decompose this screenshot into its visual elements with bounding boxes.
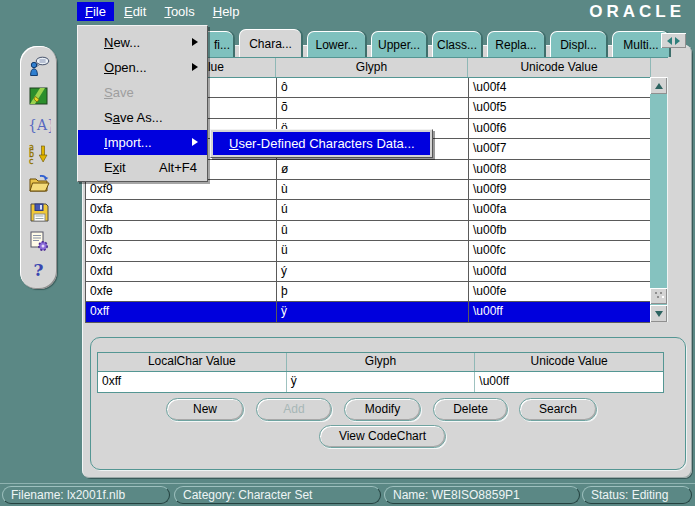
cell-local[interactable]: 0xf9: [86, 180, 276, 199]
territory-button[interactable]: [26, 84, 51, 108]
cell-local[interactable]: 0xfc: [86, 241, 276, 260]
cell-glyph[interactable]: õ: [276, 98, 468, 117]
cell-local[interactable]: 0xff: [86, 302, 276, 321]
scroll-up-button[interactable]: [650, 77, 667, 94]
help-button[interactable]: ?: [26, 258, 51, 282]
tab-lower[interactable]: Lower...: [307, 31, 365, 57]
tab-chara[interactable]: Chara...: [239, 29, 301, 57]
svg-text:c: c: [29, 157, 33, 166]
territory-icon: [27, 84, 51, 108]
cell-local[interactable]: 0xfa: [86, 200, 276, 219]
cell-local[interactable]: 0xfe: [86, 282, 276, 301]
menu-shortcut: Alt+F4: [159, 155, 197, 180]
cell-unicode[interactable]: \u00fd: [468, 262, 651, 281]
cell-glyph[interactable]: û: [276, 221, 468, 240]
cell-glyph[interactable]: ù: [276, 180, 468, 199]
scroll-thumb[interactable]: [650, 288, 667, 304]
table-row[interactable]: 0xfcü\u00fc: [86, 241, 650, 261]
detail-localchar-value[interactable]: 0xff: [98, 372, 286, 392]
table-row[interactable]: 0xfbû\u00fb: [86, 221, 650, 241]
detail-glyph-value[interactable]: ÿ: [286, 372, 475, 392]
cell-glyph[interactable]: ÿ: [276, 302, 468, 321]
table-row[interactable]: 0xfeþ\u00fe: [86, 282, 650, 302]
detail-header-unicode: Unicode Value: [474, 353, 663, 371]
cell-unicode[interactable]: \u00fc: [468, 241, 651, 260]
menu-item-file[interactable]: File: [77, 2, 114, 21]
linguistic-sort-button[interactable]: a b c: [26, 142, 51, 166]
tab-scroll-arrows[interactable]: [661, 33, 686, 48]
menu-item-save[interactable]: Save: [78, 80, 207, 105]
menu-item-help[interactable]: Help: [205, 2, 248, 21]
table-row[interactable]: 0xfdý\u00fd: [86, 262, 650, 282]
tab-scroll-right-icon[interactable]: [675, 37, 680, 45]
abc-sort-icon: a b c: [27, 142, 51, 166]
submenu-arrow-icon: [192, 38, 198, 46]
language-icon: [27, 55, 51, 79]
detail-panel: LocalChar Value Glyph Unicode Value 0xff…: [90, 337, 686, 470]
scroll-down-button[interactable]: [650, 305, 667, 322]
status-category: Category: Character Set: [174, 486, 381, 504]
cell-unicode[interactable]: \u00f8: [468, 160, 651, 179]
cell-unicode[interactable]: \u00f4: [468, 78, 651, 97]
cell-unicode[interactable]: \u00ff: [468, 302, 651, 321]
vertical-scrollbar[interactable]: [650, 77, 668, 322]
cell-unicode[interactable]: \u00f7: [468, 139, 651, 158]
search-button[interactable]: Search: [519, 398, 597, 421]
cell-glyph[interactable]: ô: [276, 78, 468, 97]
tab-strip: fi...Chara...Lower...Upper...Class...Rep…: [196, 29, 669, 57]
new-button[interactable]: New: [166, 398, 244, 421]
cell-unicode[interactable]: \u00fa: [468, 200, 651, 219]
detail-unicode-value[interactable]: \u00ff: [474, 372, 663, 392]
cell-unicode[interactable]: \u00fe: [468, 282, 651, 301]
svg-text:{A}: {A}: [28, 117, 51, 133]
cell-local[interactable]: 0xfd: [86, 262, 276, 281]
table-row[interactable]: 0xffÿ\u00ff: [86, 302, 650, 322]
cell-unicode[interactable]: \u00fb: [468, 221, 651, 240]
cell-unicode[interactable]: \u00f6: [468, 119, 651, 138]
modify-button[interactable]: Modify: [344, 398, 421, 421]
status-editing: Status: Editing: [582, 486, 692, 504]
character-set-button[interactable]: {A}: [26, 113, 51, 137]
add-button[interactable]: Add: [256, 398, 332, 421]
status-filename: Filename: lx2001f.nlb: [2, 486, 170, 504]
tab-upper[interactable]: Upper...: [371, 31, 426, 57]
cell-glyph[interactable]: ú: [276, 200, 468, 219]
tab-displ[interactable]: Displ...: [550, 31, 606, 57]
header-glyph: Glyph: [275, 58, 467, 77]
open-button[interactable]: [26, 171, 51, 195]
cell-local[interactable]: 0xfb: [86, 221, 276, 240]
save-button-toolbar[interactable]: [26, 200, 51, 224]
language-button[interactable]: [26, 55, 51, 79]
menu-item-user-defined-characters-data[interactable]: User-Defined Characters Data...: [213, 132, 430, 155]
menu-item-tools[interactable]: Tools: [156, 2, 202, 21]
menu-item-import[interactable]: Import...: [78, 130, 207, 155]
tab-scroll-left-icon[interactable]: [667, 37, 672, 45]
menu-item-save-as[interactable]: Save As...: [78, 105, 207, 130]
submenu-arrow-icon: [192, 63, 198, 71]
cell-unicode[interactable]: \u00f5: [468, 98, 651, 117]
detail-row[interactable]: 0xff ÿ \u00ff: [98, 372, 663, 392]
table-row[interactable]: 0xf9ù\u00f9: [86, 180, 650, 200]
view-codechart-button[interactable]: View CodeChart: [319, 425, 446, 448]
menu-item-new[interactable]: New...: [78, 30, 207, 55]
scroll-track[interactable]: [650, 94, 667, 305]
menu-item-edit[interactable]: Edit: [116, 2, 154, 21]
oracle-logo: ORACLE: [589, 2, 685, 22]
cell-glyph[interactable]: þ: [276, 282, 468, 301]
menu-item-exit[interactable]: ExitAlt+F4: [78, 155, 207, 180]
generate-nlb-button[interactable]: [26, 229, 51, 253]
file-menu: New...Open...SaveSave As...Import...Exit…: [77, 25, 208, 182]
cell-unicode[interactable]: \u00f9: [468, 180, 651, 199]
tab-repla[interactable]: Repla...: [487, 31, 544, 57]
cell-glyph[interactable]: ý: [276, 262, 468, 281]
submenu-arrow-icon: [192, 138, 198, 146]
cell-glyph[interactable]: ø: [276, 160, 468, 179]
detail-header-row: LocalChar Value Glyph Unicode Value: [98, 353, 663, 372]
delete-button[interactable]: Delete: [433, 398, 508, 421]
header-unicode: Unicode Value: [467, 58, 650, 77]
menu-item-open[interactable]: Open...: [78, 55, 207, 80]
table-row[interactable]: 0xfaú\u00fa: [86, 200, 650, 220]
cell-glyph[interactable]: ü: [276, 241, 468, 260]
tab-class[interactable]: Class...: [432, 31, 481, 57]
svg-text:?: ?: [33, 260, 43, 280]
